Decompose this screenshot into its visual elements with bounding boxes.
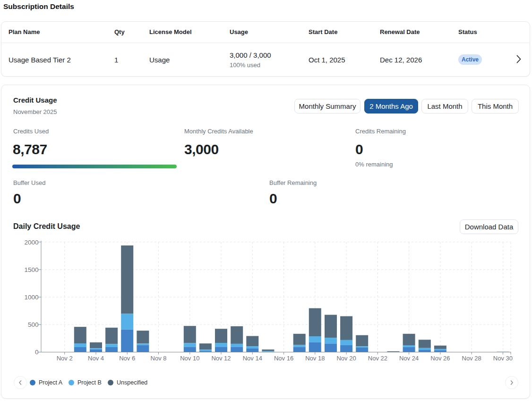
svg-text:Nov 28: Nov 28: [462, 355, 481, 362]
svg-text:0: 0: [35, 349, 39, 356]
svg-text:Nov 10: Nov 10: [180, 355, 199, 362]
svg-text:1500: 1500: [24, 266, 38, 273]
svg-text:Nov 26: Nov 26: [430, 355, 450, 362]
svg-text:1000: 1000: [24, 294, 38, 301]
svg-text:Nov 24: Nov 24: [399, 355, 419, 362]
svg-text:Nov 4: Nov 4: [88, 355, 104, 362]
svg-text:Nov 22: Nov 22: [368, 355, 387, 362]
svg-text:Nov 8: Nov 8: [151, 355, 167, 362]
svg-text:500: 500: [28, 321, 39, 328]
svg-text:Nov 12: Nov 12: [211, 355, 231, 362]
svg-text:Nov 20: Nov 20: [336, 355, 356, 362]
svg-text:Nov 2: Nov 2: [57, 355, 73, 362]
svg-text:Nov 16: Nov 16: [274, 355, 293, 362]
svg-text:Nov 18: Nov 18: [305, 355, 325, 362]
svg-text:Nov 6: Nov 6: [119, 355, 135, 362]
svg-text:Nov 30: Nov 30: [493, 355, 513, 362]
svg-text:2000: 2000: [24, 239, 38, 246]
svg-text:Nov 14: Nov 14: [243, 355, 262, 362]
